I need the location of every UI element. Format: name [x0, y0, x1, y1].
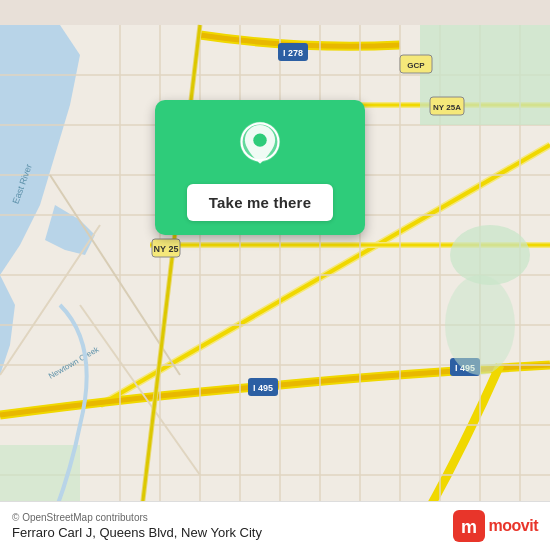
svg-text:NY 25: NY 25	[154, 244, 179, 254]
svg-text:GCP: GCP	[407, 61, 425, 70]
take-me-there-button[interactable]: Take me there	[187, 184, 333, 221]
bottom-bar: © OpenStreetMap contributors Ferraro Car…	[0, 501, 550, 550]
moovit-icon: m	[453, 510, 485, 542]
svg-text:NY 25A: NY 25A	[433, 103, 461, 112]
osm-attribution: © OpenStreetMap contributors	[12, 512, 262, 523]
svg-point-50	[445, 275, 515, 375]
svg-point-55	[253, 133, 266, 146]
location-pin-icon	[234, 120, 286, 172]
bottom-left-info: © OpenStreetMap contributors Ferraro Car…	[12, 512, 262, 540]
svg-point-37	[450, 225, 530, 285]
svg-text:m: m	[461, 517, 477, 537]
map-background: NY 25 I 278 I 495 I 495 GCP NY 25A East …	[0, 0, 550, 550]
svg-text:I 278: I 278	[283, 48, 303, 58]
location-name-label: Ferraro Carl J, Queens Blvd, New York Ci…	[12, 525, 262, 540]
map-container: NY 25 I 278 I 495 I 495 GCP NY 25A East …	[0, 0, 550, 550]
moovit-label: moovit	[489, 517, 538, 535]
svg-text:I 495: I 495	[253, 383, 273, 393]
location-card: Take me there	[155, 100, 365, 235]
moovit-logo: m moovit	[453, 510, 538, 542]
